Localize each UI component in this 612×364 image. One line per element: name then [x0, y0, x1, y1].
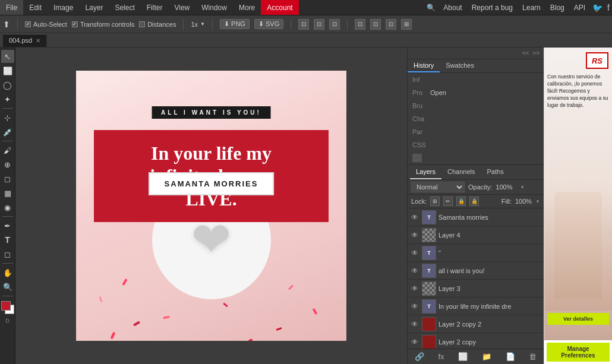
lock-transparency-icon[interactable]: ⊞	[430, 197, 440, 206]
manage-prefs-btn[interactable]: Manage Preferences	[547, 343, 610, 362]
zoom-control[interactable]: 1x ▼	[191, 21, 205, 28]
link-layers-btn[interactable]: 🔗	[415, 352, 424, 361]
layer-visibility-layer2copy2[interactable]: 👁	[410, 319, 419, 329]
twitter-icon[interactable]: 🐦	[590, 3, 605, 12]
distances-checkbox[interactable]	[139, 21, 145, 27]
move-tool[interactable]: ↖	[1, 50, 14, 63]
history-tabs: History Swatches	[408, 59, 544, 73]
menu-file[interactable]: File	[0, 0, 23, 15]
tab-layers[interactable]: Layers	[410, 165, 441, 179]
collapse-all-btn[interactable]: <<	[520, 50, 531, 56]
tab-channels[interactable]: Channels	[441, 165, 481, 179]
magic-wand-tool[interactable]: ✦	[1, 93, 14, 106]
lock-all-icon[interactable]: 🔒	[469, 197, 479, 206]
doc-tab-active[interactable]: 004.psd ✕	[3, 34, 47, 47]
menu-layer[interactable]: Layer	[79, 0, 109, 15]
add-mask-btn[interactable]: ⬜	[458, 352, 468, 361]
layer-item-inyourlife[interactable]: 👁 T In your life my infinite dre	[408, 297, 544, 315]
layer-item-layer2copy[interactable]: 👁 Layer 2 copy	[408, 333, 544, 349]
menu-filter[interactable]: Filter	[141, 0, 169, 15]
history-tab[interactable]: History	[408, 59, 440, 72]
shape-tool[interactable]: ◻	[1, 248, 14, 261]
layer-visibility-quote[interactable]: 👁	[410, 248, 419, 258]
layer-item-layer2copy2[interactable]: 👁 Layer 2 copy 2	[408, 315, 544, 333]
menu-window[interactable]: Window	[195, 0, 233, 15]
align-right-icon[interactable]: ⊡	[329, 19, 340, 30]
distribute2-icon[interactable]: ⊡	[370, 19, 381, 30]
text-tool[interactable]: T	[1, 233, 14, 246]
facebook-icon[interactable]: f	[605, 3, 612, 12]
nav-learn[interactable]: Learn	[518, 0, 545, 15]
eraser-tool[interactable]: ◻	[1, 172, 14, 185]
layer-item-layer3[interactable]: 👁 Layer 3	[408, 280, 544, 297]
color-swatches[interactable]	[1, 301, 14, 314]
new-layer-btn[interactable]: 📄	[506, 352, 515, 361]
lock-pixels-icon[interactable]: ✏	[443, 197, 453, 206]
blur-tool[interactable]: ◉	[1, 201, 14, 214]
new-group-btn[interactable]: 📁	[482, 352, 491, 361]
info-label-5: CSS	[412, 141, 430, 148]
lock-position-icon[interactable]: 🔒	[456, 197, 466, 206]
layer-visibility-layer2copy[interactable]: 👁	[410, 337, 419, 347]
info-label-0: Inf	[412, 76, 430, 83]
png-export-btn[interactable]: ⬇ PNG	[220, 19, 250, 29]
canvas-area[interactable]: ❤ ALL I WANT IS YOU! In your life my inf…	[15, 48, 407, 364]
nav-report-bug[interactable]: Report a bug	[467, 0, 518, 15]
close-tab-btn[interactable]: ✕	[36, 37, 40, 44]
layer-item-layer4[interactable]: 👁 Layer 4	[408, 226, 544, 244]
menu-more[interactable]: More	[233, 0, 261, 15]
grid-icon[interactable]: ⊞	[401, 19, 412, 30]
pen-tool[interactable]: ✒	[1, 219, 14, 232]
name-box: SAMANTA MORRIES	[149, 172, 275, 195]
crop-tool[interactable]: ⊹	[1, 111, 14, 124]
layer-effects-btn[interactable]: fx	[438, 352, 444, 361]
tab-paths[interactable]: Paths	[481, 165, 510, 179]
nav-blog[interactable]: Blog	[545, 0, 569, 15]
top-text-label: ALL I WANT IS YOU!	[161, 109, 261, 116]
blend-mode-select[interactable]: Normal	[411, 182, 465, 192]
auto-select-checkbox[interactable]	[25, 21, 31, 27]
color-mode-label: D	[5, 318, 10, 324]
distribute3-icon[interactable]: ⊡	[386, 19, 396, 30]
eyedropper-tool[interactable]: 💉	[1, 125, 14, 138]
lasso-tool[interactable]: ◯	[1, 78, 14, 91]
swatches-tab[interactable]: Swatches	[440, 59, 480, 72]
menu-image[interactable]: Image	[48, 0, 79, 15]
brush-tool[interactable]: 🖌	[1, 144, 14, 157]
menu-edit[interactable]: Edit	[23, 0, 48, 15]
menu-select[interactable]: Select	[109, 0, 140, 15]
expand-panel-btn[interactable]: >>	[531, 50, 541, 56]
distances-toggle[interactable]: Distances	[139, 21, 176, 28]
menu-view[interactable]: View	[168, 0, 195, 15]
layer-item-samanta[interactable]: 👁 T Samanta morries	[408, 208, 544, 226]
clone-stamp-tool[interactable]: ⊕	[1, 158, 14, 171]
layer-visibility-layer3[interactable]: 👁	[410, 284, 419, 293]
delete-layer-btn[interactable]: 🗑	[529, 352, 537, 361]
gradient-tool[interactable]: ▦	[1, 186, 14, 200]
hand-tool[interactable]: ✋	[1, 266, 14, 279]
layer-item-alliwant[interactable]: 👁 T all i want is you!	[408, 262, 544, 280]
zoom-tool[interactable]: 🔍	[1, 280, 14, 293]
toolbar-divider-3	[212, 19, 213, 30]
transform-controls-toggle[interactable]: Transform controls	[72, 21, 134, 28]
ad-content: RS Con nuestro servicio de calibración, …	[544, 48, 612, 340]
nav-about[interactable]: About	[439, 0, 466, 15]
marquee-tool[interactable]: ⬜	[1, 64, 14, 77]
svg-export-btn[interactable]: ⬇ SVG	[254, 19, 283, 29]
layer-visibility-inyourlife[interactable]: 👁	[410, 302, 419, 311]
align-left-icon[interactable]: ⊡	[298, 19, 309, 30]
layer-visibility-samanta[interactable]: 👁	[410, 213, 419, 222]
ad-detail-btn[interactable]: Ver detalles	[547, 313, 609, 325]
auto-select-toggle[interactable]: Auto-Select	[25, 21, 67, 28]
left-tools-panel: ↖ ⬜ ◯ ✦ ⊹ 💉 🖌 ⊕ ◻ ▦ ◉ ✒ T ◻ ✋ 🔍 D	[0, 48, 15, 364]
menu-account[interactable]: Account	[261, 0, 298, 15]
search-icon[interactable]: 🔍	[423, 0, 439, 15]
align-center-icon[interactable]: ⊡	[314, 19, 324, 30]
layer-item-quote[interactable]: 👁 T "	[408, 244, 544, 262]
layer-visibility-alliwant[interactable]: 👁	[410, 266, 419, 276]
nav-api[interactable]: API	[569, 0, 590, 15]
distribute-icon[interactable]: ⊡	[355, 19, 365, 30]
menu-bar: File Edit Image Layer Select Filter View…	[0, 0, 612, 15]
layer-visibility-layer4[interactable]: 👁	[410, 230, 419, 240]
transform-controls-checkbox[interactable]	[72, 21, 78, 27]
